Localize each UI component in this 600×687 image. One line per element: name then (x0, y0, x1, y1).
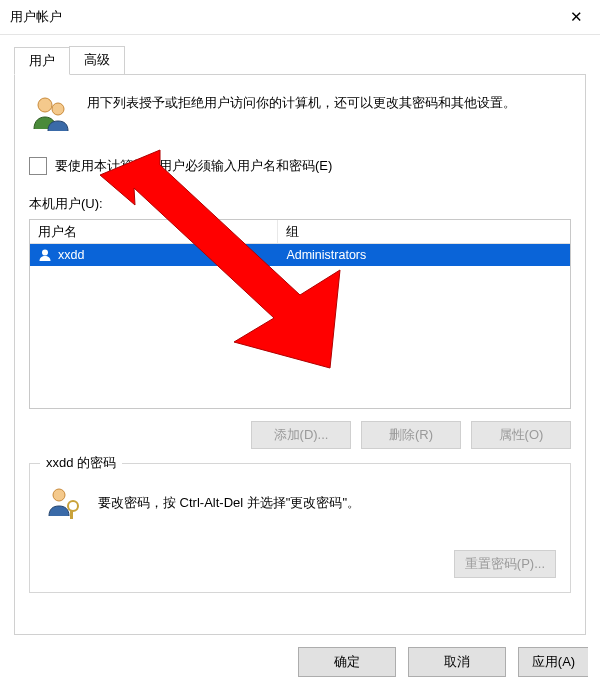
svg-rect-5 (70, 511, 73, 519)
users-list-label: 本机用户(U): (29, 195, 571, 213)
password-groupbox: xxdd 的密码 要改密码，按 Ctrl-Alt-Del 并选择"更改密码"。 … (29, 463, 571, 593)
reset-password-button[interactable]: 重置密码(P)... (454, 550, 556, 578)
dialog-buttons: 确定 取消 应用(A) (298, 637, 600, 687)
column-username[interactable]: 用户名 (30, 220, 278, 243)
add-user-button[interactable]: 添加(D)... (251, 421, 351, 449)
require-login-row: 要使用本计算机，用户必须输入用户名和密码(E) (29, 157, 571, 175)
close-icon: ✕ (570, 8, 583, 26)
content-area: 用户 高级 用下列表授予或拒绝用户访问你的计算机，还可以更改其密码和其他设置。 … (0, 35, 600, 635)
password-info-text: 要改密码，按 Ctrl-Alt-Del 并选择"更改密码"。 (98, 494, 360, 512)
list-cell-username: xxdd (30, 248, 278, 262)
listview-header: 用户名 组 (30, 220, 570, 244)
ok-button[interactable]: 确定 (298, 647, 396, 677)
password-buttons-row: 重置密码(P)... (44, 550, 556, 578)
password-group-title: xxdd 的密码 (40, 454, 122, 472)
svg-point-0 (38, 98, 52, 112)
users-icon (29, 93, 73, 135)
svg-point-3 (53, 489, 65, 501)
list-username-text: xxdd (58, 248, 84, 262)
list-cell-group: Administrators (278, 248, 570, 262)
svg-point-2 (42, 250, 48, 256)
close-button[interactable]: ✕ (552, 0, 600, 34)
key-user-icon (44, 484, 84, 522)
window-title: 用户帐户 (10, 8, 62, 26)
list-item[interactable]: xxdd Administrators (30, 244, 570, 266)
tab-page-users: 用下列表授予或拒绝用户访问你的计算机，还可以更改其密码和其他设置。 要使用本计算… (14, 75, 586, 635)
intro-row: 用下列表授予或拒绝用户访问你的计算机，还可以更改其密码和其他设置。 (29, 93, 571, 135)
require-login-label: 要使用本计算机，用户必须输入用户名和密码(E) (55, 157, 332, 175)
cancel-button[interactable]: 取消 (408, 647, 506, 677)
svg-point-4 (68, 501, 78, 511)
apply-button[interactable]: 应用(A) (518, 647, 588, 677)
users-listview[interactable]: 用户名 组 xxdd Administrators (29, 219, 571, 409)
properties-button[interactable]: 属性(O) (471, 421, 571, 449)
column-group[interactable]: 组 (278, 220, 570, 243)
password-info-row: 要改密码，按 Ctrl-Alt-Del 并选择"更改密码"。 (44, 484, 556, 522)
tab-strip: 用户 高级 (14, 47, 586, 75)
svg-point-1 (52, 103, 64, 115)
user-buttons-row: 添加(D)... 删除(R) 属性(O) (29, 421, 571, 449)
tab-advanced[interactable]: 高级 (69, 46, 125, 74)
require-login-checkbox[interactable] (29, 157, 47, 175)
user-icon (38, 248, 52, 262)
intro-text: 用下列表授予或拒绝用户访问你的计算机，还可以更改其密码和其他设置。 (87, 93, 571, 114)
tab-users[interactable]: 用户 (14, 47, 70, 75)
remove-user-button[interactable]: 删除(R) (361, 421, 461, 449)
titlebar: 用户帐户 ✕ (0, 0, 600, 35)
